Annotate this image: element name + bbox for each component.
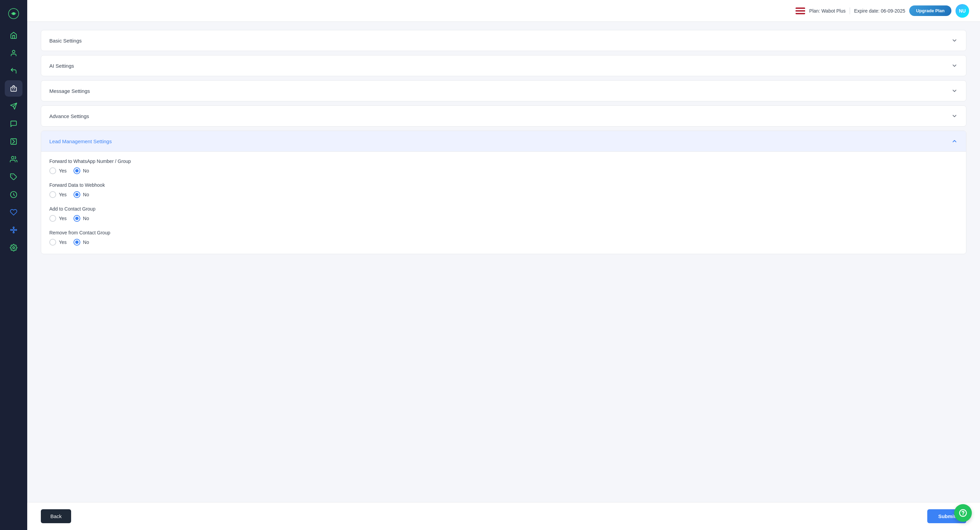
remove-contact-group-no-option[interactable]: No	[73, 239, 89, 246]
content-area: Basic Settings AI Settings	[27, 22, 980, 502]
forward-webhook-no-option[interactable]: No	[73, 191, 89, 198]
accordion-ai-label: AI Settings	[49, 63, 74, 69]
sidebar-item-replies[interactable]	[5, 63, 22, 79]
accordion-basic-settings: Basic Settings	[41, 30, 966, 51]
forward-whatsapp-no-radio[interactable]	[73, 167, 80, 174]
remove-contact-group-yes-option[interactable]: Yes	[49, 239, 67, 246]
avatar[interactable]: NU	[956, 4, 969, 18]
accordion-lead-header[interactable]: Lead Management Settings	[41, 131, 966, 151]
add-contact-group-label: Add to Contact Group	[49, 206, 958, 212]
chevron-down-icon-ai	[951, 62, 958, 69]
back-button[interactable]: Back	[41, 509, 71, 523]
accordion-basic-header[interactable]: Basic Settings	[41, 30, 966, 51]
accordion-advance-settings: Advance Settings	[41, 105, 966, 127]
forward-whatsapp-no-option[interactable]: No	[73, 167, 89, 174]
help-button[interactable]	[954, 504, 972, 522]
accordion-lead-label: Lead Management Settings	[49, 138, 111, 144]
expire-date: Expire date: 06-09-2025	[854, 8, 905, 14]
accordion-message-settings: Message Settings	[41, 80, 966, 102]
header-divider	[850, 8, 850, 14]
svg-point-1	[12, 12, 15, 15]
sidebar-item-users[interactable]	[5, 186, 22, 203]
forward-webhook-label: Forward Data to Webhook	[49, 182, 958, 188]
add-contact-group-section: Add to Contact Group Yes No	[49, 206, 958, 222]
footer-actions: Back Submit	[27, 502, 980, 530]
sidebar	[0, 0, 27, 530]
sidebar-item-settings[interactable]	[5, 240, 22, 256]
forward-webhook-radio-group: Yes No	[49, 191, 958, 198]
remove-contact-group-section: Remove from Contact Group Yes No	[49, 230, 958, 246]
sidebar-item-loyalty[interactable]	[5, 204, 22, 221]
chevron-down-icon-message	[951, 87, 958, 94]
forward-webhook-no-radio[interactable]	[73, 191, 80, 198]
forward-whatsapp-yes-label: Yes	[59, 168, 67, 173]
accordion-advance-header[interactable]: Advance Settings	[41, 106, 966, 126]
svg-point-2	[12, 50, 14, 53]
sidebar-item-chat[interactable]	[5, 116, 22, 132]
add-contact-group-no-label: No	[83, 216, 89, 221]
accordion-lead-settings: Lead Management Settings Forward to What…	[41, 131, 966, 254]
forward-webhook-no-label: No	[83, 192, 89, 197]
sidebar-item-contacts[interactable]	[5, 45, 22, 61]
header: Plan: Wabot Plus Expire date: 06-09-2025…	[27, 0, 980, 22]
chevron-up-icon-lead	[951, 138, 958, 144]
remove-contact-group-yes-label: Yes	[59, 240, 67, 245]
svg-point-9	[11, 157, 14, 159]
remove-contact-group-no-label: No	[83, 240, 89, 245]
add-contact-group-radio-group: Yes No	[49, 215, 958, 222]
remove-contact-group-yes-radio[interactable]	[49, 239, 56, 246]
svg-rect-8	[11, 139, 17, 144]
forward-whatsapp-no-label: No	[83, 168, 89, 173]
remove-contact-group-label: Remove from Contact Group	[49, 230, 958, 235]
add-contact-group-yes-radio[interactable]	[49, 215, 56, 222]
forward-webhook-yes-option[interactable]: Yes	[49, 191, 67, 198]
sidebar-item-export[interactable]	[5, 133, 22, 150]
forward-whatsapp-radio-group: Yes No	[49, 167, 958, 174]
sidebar-item-tags[interactable]	[5, 169, 22, 185]
sidebar-logo	[5, 5, 22, 22]
forward-whatsapp-section: Forward to WhatsApp Number / Group Yes N…	[49, 159, 958, 174]
forward-whatsapp-label: Forward to WhatsApp Number / Group	[49, 159, 958, 164]
accordion-lead-body: Forward to WhatsApp Number / Group Yes N…	[41, 151, 966, 254]
forward-whatsapp-yes-radio[interactable]	[49, 167, 56, 174]
accordion-message-label: Message Settings	[49, 88, 90, 94]
sidebar-item-home[interactable]	[5, 27, 22, 44]
chevron-down-icon-advance	[951, 113, 958, 119]
add-contact-group-no-radio[interactable]	[73, 215, 80, 222]
forward-webhook-section: Forward Data to Webhook Yes No	[49, 182, 958, 198]
flag-icon	[795, 8, 805, 14]
plan-label: Plan: Wabot Plus	[809, 8, 846, 14]
accordion-advance-label: Advance Settings	[49, 113, 89, 119]
add-contact-group-no-option[interactable]: No	[73, 215, 89, 222]
main-area: Plan: Wabot Plus Expire date: 06-09-2025…	[27, 0, 980, 530]
chevron-down-icon	[951, 37, 958, 44]
upgrade-plan-button[interactable]: Upgrade Plan	[909, 5, 951, 16]
accordion-ai-settings: AI Settings	[41, 55, 966, 76]
sidebar-item-groups[interactable]	[5, 151, 22, 167]
accordion-basic-label: Basic Settings	[49, 38, 82, 44]
forward-webhook-yes-label: Yes	[59, 192, 67, 197]
forward-whatsapp-yes-option[interactable]: Yes	[49, 167, 67, 174]
accordion-message-header[interactable]: Message Settings	[41, 81, 966, 101]
forward-webhook-yes-radio[interactable]	[49, 191, 56, 198]
add-contact-group-yes-option[interactable]: Yes	[49, 215, 67, 222]
sidebar-item-integrations[interactable]	[5, 222, 22, 238]
accordion-ai-header[interactable]: AI Settings	[41, 56, 966, 76]
sidebar-item-bot[interactable]	[5, 80, 22, 97]
sidebar-item-campaigns[interactable]	[5, 98, 22, 114]
svg-rect-3	[11, 87, 17, 91]
svg-point-21	[13, 247, 14, 249]
remove-contact-group-radio-group: Yes No	[49, 239, 958, 246]
remove-contact-group-no-radio[interactable]	[73, 239, 80, 246]
add-contact-group-yes-label: Yes	[59, 216, 67, 221]
